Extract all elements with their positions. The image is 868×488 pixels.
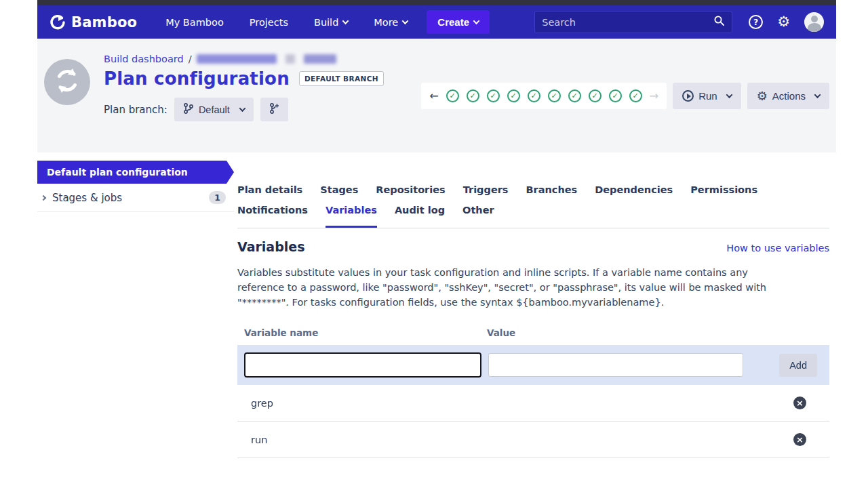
tab-triggers[interactable]: Triggers [463,180,509,200]
build-success-icon[interactable]: ✓ [589,89,601,102]
help-icon[interactable]: ? [749,15,763,29]
nav-item-my-bamboo[interactable]: My Bamboo [165,17,224,28]
header-actions: ← ✓ ✓ ✓ ✓ ✓ ✓ ✓ ✓ ✓ ✓ → Run ⚙ Actions [421,83,829,109]
redacted-plan-name [304,54,336,64]
variable-row: run × [237,422,829,458]
variable-name-input[interactable] [244,352,481,378]
default-branch-badge: DEFAULT BRANCH [299,71,384,86]
search-box[interactable] [534,11,732,33]
build-results-strip: ← ✓ ✓ ✓ ✓ ✓ ✓ ✓ ✓ ✓ ✓ → [421,83,667,109]
create-button[interactable]: Create [427,10,490,34]
build-success-icon[interactable]: ✓ [568,89,581,102]
breadcrumb-separator: / [189,54,192,64]
build-success-icon[interactable]: ✓ [548,89,561,102]
tab-dependencies[interactable]: Dependencies [595,180,673,200]
build-success-icon[interactable]: ✓ [467,89,479,102]
table-header: Variable name Value [237,327,829,345]
plan-avatar [44,59,90,105]
column-header-value: Value [487,327,515,338]
history-forward-icon: → [650,89,658,102]
chevron-down-icon [239,105,245,112]
tab-variables[interactable]: Variables [326,200,377,228]
tab-stages[interactable]: Stages [320,180,358,200]
nav-item-more[interactable]: More [374,17,408,28]
window-top-strip [37,0,836,5]
bamboo-app-window: Bamboo My Bamboo Projects Build More Cre… [37,0,836,488]
chevron-down-icon [342,18,349,24]
bamboo-logo-icon [50,14,66,30]
variable-name: grep [251,398,273,409]
delete-variable-icon[interactable]: × [793,433,806,446]
nav-menu: My Bamboo Projects Build More [165,17,408,28]
search-input[interactable] [542,17,713,28]
user-avatar[interactable] [804,12,824,32]
chevron-right-icon [41,195,46,200]
tab-permissions[interactable]: Permissions [690,180,757,200]
search-icon[interactable] [713,15,725,29]
tab-other[interactable]: Other [462,200,494,228]
chevron-down-icon [473,18,480,24]
variables-section-header: Variables How to use variables [237,239,829,254]
variables-heading: Variables [237,239,305,254]
bamboo-brand[interactable]: Bamboo [50,14,137,30]
branch-selector-button[interactable]: Default [174,98,254,121]
chevron-down-icon [814,92,821,98]
breadcrumb-build-dashboard-link[interactable]: Build dashboard [104,54,184,64]
variables-table: Variable name Value Add grep × run × [237,327,829,458]
how-to-use-variables-link[interactable]: How to use variables [726,243,829,253]
variable-value-input[interactable] [488,353,743,377]
main-content: Plan details Stages Repositories Trigger… [234,152,836,458]
page-body: Default plan configuration Stages & jobs… [37,152,836,458]
config-tabs: Plan details Stages Repositories Trigger… [237,180,829,228]
branch-icon [183,103,193,116]
add-button[interactable]: Add [779,354,817,377]
build-success-icon[interactable]: ✓ [507,89,520,102]
brand-label: Bamboo [71,14,137,30]
page-title: Plan configuration [104,68,290,89]
chevron-down-icon [726,92,732,98]
sidebar-item-default-plan-configuration[interactable]: Default plan configuration [37,161,234,184]
branch-plus-icon [269,103,279,116]
top-navbar: Bamboo My Bamboo Projects Build More Cre… [37,5,836,39]
add-variable-row: Add [237,345,829,385]
run-button[interactable]: Run [673,83,741,109]
nav-item-projects[interactable]: Projects [250,17,288,28]
variables-description: Variables substitute values in your task… [237,265,785,310]
sync-icon [53,66,81,98]
breadcrumb: Build dashboard / [104,54,829,64]
column-header-variable-name: Variable name [244,327,487,338]
play-icon [682,90,694,102]
tab-repositories[interactable]: Repositories [376,180,445,200]
stages-count-badge: 1 [209,191,226,204]
redacted-plan-name [197,54,277,64]
tab-row-2: Notifications Variables Audit log Other [237,200,829,228]
tab-audit-log[interactable]: Audit log [395,200,445,228]
tab-branches[interactable]: Branches [526,180,578,200]
chevron-down-icon [402,18,409,24]
navbar-icons: ? ⚙ [749,12,824,32]
history-back-icon[interactable]: ← [429,89,438,102]
plan-branch-label: Plan branch: [104,104,167,116]
actions-button[interactable]: ⚙ Actions [747,83,829,109]
redacted-plan-name [285,54,295,64]
config-sidebar: Default plan configuration Stages & jobs… [37,152,234,458]
build-success-icon[interactable]: ✓ [629,89,642,102]
build-success-icon[interactable]: ✓ [446,89,459,102]
variable-name: run [251,434,267,445]
tab-row-1: Plan details Stages Repositories Trigger… [237,180,829,200]
tab-notifications[interactable]: Notifications [237,200,308,228]
variable-row: grep × [237,385,829,422]
build-success-icon[interactable]: ✓ [487,89,500,102]
nav-item-build[interactable]: Build [314,17,348,28]
gear-icon: ⚙ [757,90,768,102]
build-success-icon[interactable]: ✓ [528,89,540,102]
delete-variable-icon[interactable]: × [793,396,806,409]
create-branch-button[interactable] [260,98,288,121]
build-success-icon[interactable]: ✓ [609,89,622,102]
gear-icon[interactable]: ⚙ [777,15,790,29]
tab-plan-details[interactable]: Plan details [237,180,302,200]
plan-header: Build dashboard / Plan configuration DEF… [37,39,836,152]
sidebar-item-stages-jobs[interactable]: Stages & jobs 1 [37,184,234,212]
